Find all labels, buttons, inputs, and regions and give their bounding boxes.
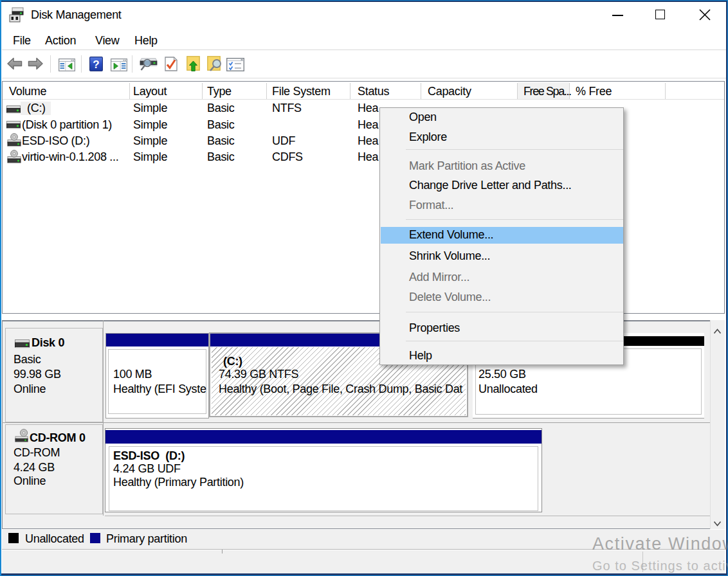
svg-text:?: ?	[93, 59, 99, 71]
